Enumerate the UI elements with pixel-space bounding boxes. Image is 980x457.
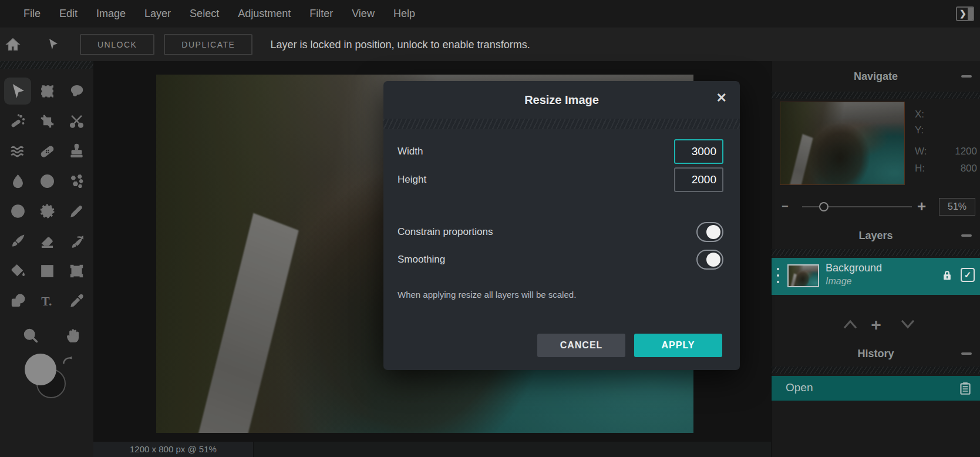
layer-visibility-checkbox[interactable]: ✓ xyxy=(961,268,975,282)
collapse-icon[interactable] xyxy=(961,75,972,78)
panel-bar-icon xyxy=(968,8,973,20)
menu-filter[interactable]: Filter xyxy=(309,8,333,20)
width-input[interactable] xyxy=(674,139,723,164)
tool-shape[interactable] xyxy=(4,287,31,314)
add-layer-button[interactable]: + xyxy=(867,315,885,335)
layers-header: Layers xyxy=(772,223,980,248)
fill-bucket-tool-icon xyxy=(10,263,26,279)
tool-sharpen[interactable] xyxy=(33,197,60,224)
collapse-icon[interactable] xyxy=(961,234,972,237)
zoom-out-button[interactable]: − xyxy=(782,200,789,213)
swap-colors-icon[interactable] xyxy=(61,355,76,370)
toggle-knob xyxy=(706,225,720,239)
tool-dodge-burn[interactable] xyxy=(4,197,31,224)
dialog-stripe-band xyxy=(383,119,740,129)
zoom-slider-knob[interactable] xyxy=(819,202,829,211)
tool-eraser[interactable] xyxy=(33,227,60,254)
dialog-header: Resize Image xyxy=(383,81,740,119)
constrain-proportions-toggle[interactable] xyxy=(696,222,723,242)
navigate-thumbnail[interactable] xyxy=(780,102,905,185)
tool-blur[interactable] xyxy=(4,167,31,194)
frame-tool-icon xyxy=(69,263,85,279)
scissors-cutout-tool-icon xyxy=(69,113,85,129)
home-button[interactable] xyxy=(0,36,26,53)
height-input[interactable] xyxy=(674,167,723,192)
layer-row-background[interactable]: Background Image ✓ xyxy=(772,258,980,295)
hatch-band xyxy=(772,249,980,256)
smudge-tool-icon xyxy=(69,233,85,249)
tool-disperse[interactable] xyxy=(33,167,60,194)
tool-smudge[interactable] xyxy=(63,227,90,254)
tool-pixelate[interactable] xyxy=(63,167,90,194)
navigate-title: Navigate xyxy=(854,70,898,83)
zoom-magnifier-tool-icon xyxy=(22,327,39,344)
tool-text[interactable]: T. xyxy=(33,287,60,314)
drag-grip-icon[interactable] xyxy=(777,268,779,283)
layer-down-icon[interactable] xyxy=(899,318,917,330)
tool-brush[interactable] xyxy=(4,227,31,254)
layer-up-icon[interactable] xyxy=(841,318,859,330)
dialog-title: Resize Image xyxy=(524,93,599,107)
tool-liquify[interactable] xyxy=(4,137,31,164)
menu-image[interactable]: Image xyxy=(96,8,126,20)
menu-edit[interactable]: Edit xyxy=(59,8,78,20)
navigate-header: Navigate xyxy=(772,61,980,92)
pixelate-hexagons-tool-icon xyxy=(69,173,85,189)
clone-stamp-tool-icon xyxy=(69,143,85,159)
tool-wand[interactable] xyxy=(4,107,31,135)
menu-adjustment[interactable]: Adjustment xyxy=(238,8,291,20)
heal-bandage-tool-icon xyxy=(39,143,55,159)
pen-tool-icon xyxy=(69,203,85,219)
foreground-color-swatch[interactable] xyxy=(25,354,56,385)
liquify-waves-tool-icon xyxy=(10,143,26,159)
cursor-arrow-icon xyxy=(46,38,60,52)
history-entry-open[interactable]: Open xyxy=(772,376,980,401)
w-label: W: xyxy=(915,146,927,157)
eraser-tool-icon xyxy=(39,233,55,249)
menu-help[interactable]: Help xyxy=(393,8,415,20)
apply-button[interactable]: APPLY xyxy=(634,334,722,357)
tool-zoom[interactable] xyxy=(17,322,44,349)
pointer-button[interactable] xyxy=(40,38,66,52)
tool-arrange[interactable] xyxy=(4,78,31,105)
coastal-photo-thumb xyxy=(780,102,904,184)
right-panel: Navigate X: Y: W: 1200 H: 800 − + 51% La… xyxy=(771,61,980,457)
status-bar: 1200 x 800 px @ 51% xyxy=(93,442,771,457)
menu-view[interactable]: View xyxy=(352,8,375,20)
close-icon[interactable]: ✕ xyxy=(716,90,727,106)
tool-fill[interactable] xyxy=(4,257,31,284)
history-entry-label: Open xyxy=(786,381,813,394)
tool-gradient[interactable] xyxy=(33,257,60,284)
lock-icon[interactable] xyxy=(941,267,954,284)
layer-name: Background xyxy=(826,262,882,274)
zoom-percentage[interactable]: 51% xyxy=(939,198,975,216)
tool-heal[interactable] xyxy=(33,137,60,164)
zoom-in-button[interactable]: + xyxy=(917,197,926,216)
app-window: File Edit Image Layer Select Adjustment … xyxy=(0,0,980,457)
w-value: 1200 xyxy=(930,146,977,157)
collapse-icon[interactable] xyxy=(961,352,972,355)
tool-clone[interactable] xyxy=(63,137,90,164)
layer-locked-message: Layer is locked in position, unlock to e… xyxy=(270,39,530,51)
tool-cutout[interactable] xyxy=(63,107,90,135)
width-label: Width xyxy=(398,139,423,164)
menu-select[interactable]: Select xyxy=(190,8,219,20)
tool-marquee[interactable] xyxy=(33,78,60,105)
cancel-button[interactable]: CANCEL xyxy=(537,334,625,357)
tool-eyedropper[interactable] xyxy=(63,287,90,314)
tool-hand[interactable] xyxy=(59,322,86,349)
menu-layer[interactable]: Layer xyxy=(144,8,171,20)
tool-pen[interactable] xyxy=(63,197,90,224)
tool-palette: T. xyxy=(0,61,93,457)
tool-frame[interactable] xyxy=(63,257,90,284)
tool-grid: T. xyxy=(4,78,90,314)
duplicate-button[interactable]: DUPLICATE xyxy=(164,34,252,55)
smoothing-toggle[interactable] xyxy=(696,250,723,270)
unlock-button[interactable]: UNLOCK xyxy=(80,34,154,55)
panel-toggle-button[interactable]: ❯ xyxy=(956,6,974,21)
resize-image-dialog: Resize Image ✕ Width Height Constrain pr… xyxy=(383,81,740,370)
tool-crop[interactable] xyxy=(33,107,60,135)
tool-lasso[interactable] xyxy=(63,78,90,105)
menu-file[interactable]: File xyxy=(23,8,41,20)
history-header: History xyxy=(772,341,980,367)
